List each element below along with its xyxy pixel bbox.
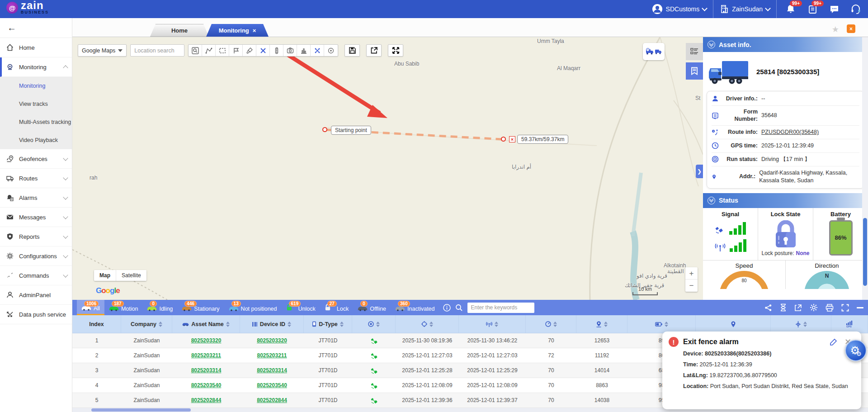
hourglass-icon[interactable] bbox=[780, 303, 787, 312]
export-icon[interactable] bbox=[794, 304, 802, 312]
collapse-panel-button[interactable]: × bbox=[847, 24, 855, 33]
favorite-star-icon[interactable]: ★ bbox=[832, 24, 839, 34]
measure-start-point[interactable] bbox=[322, 127, 327, 132]
snapshot-tool[interactable] bbox=[283, 45, 297, 56]
printer-icon[interactable] bbox=[826, 304, 834, 312]
col-position-status[interactable] bbox=[352, 315, 396, 333]
measure-delete-icon[interactable]: × bbox=[509, 136, 515, 142]
locate-tool[interactable] bbox=[324, 45, 338, 56]
sidebar-item-configurations[interactable]: Configurations bbox=[0, 246, 72, 266]
measure-end-point[interactable] bbox=[501, 137, 506, 142]
flag-tool[interactable] bbox=[229, 45, 243, 56]
traffic-tool[interactable] bbox=[270, 45, 283, 56]
asset-info-header[interactable]: Asset info. bbox=[703, 37, 868, 52]
zoom-out-button[interactable]: − bbox=[685, 279, 698, 292]
cell-device-id-link[interactable]: 8025202844 bbox=[240, 397, 304, 403]
zoom-in-button[interactable]: + bbox=[685, 267, 698, 279]
cell-device-id-link[interactable]: 8025203320 bbox=[240, 337, 304, 344]
cell-device-id-link[interactable]: 8025203314 bbox=[240, 367, 304, 374]
col-signal-time[interactable] bbox=[459, 315, 526, 333]
scrollbar-thumb[interactable] bbox=[863, 218, 867, 286]
sidebar-item-messages[interactable]: Messages bbox=[0, 208, 72, 227]
keywords-search-input[interactable] bbox=[467, 303, 534, 313]
map-type-satellite-button[interactable]: Satellite bbox=[116, 270, 146, 281]
info-icon[interactable] bbox=[443, 304, 451, 312]
messages-button[interactable] bbox=[826, 0, 842, 18]
user-menu[interactable]: SDCustoms bbox=[652, 4, 707, 14]
col-speed[interactable] bbox=[526, 315, 576, 333]
sidebar-item-routes[interactable]: Routes bbox=[0, 169, 72, 188]
minimize-icon[interactable] bbox=[857, 307, 863, 308]
cell-asset-name-link[interactable]: 8025203211 bbox=[172, 352, 240, 359]
sidebar-item-reports[interactable]: Reports bbox=[0, 227, 72, 246]
save-map-button[interactable] bbox=[344, 44, 360, 57]
sort-icon[interactable] bbox=[159, 322, 162, 327]
fleet-filter-tab[interactable]: 13 Not positioned bbox=[224, 300, 282, 315]
sidebar-subitem-view-tracks[interactable]: View tracks bbox=[0, 95, 72, 113]
fullscreen-icon[interactable] bbox=[841, 304, 849, 312]
search-icon[interactable] bbox=[455, 304, 463, 312]
polygon-measure-tool[interactable] bbox=[202, 45, 216, 56]
panel-scrollbar[interactable] bbox=[862, 37, 868, 300]
fleet-filter-tab[interactable]: 0 Offline bbox=[353, 300, 391, 315]
fleet-filter-tab[interactable]: 0 Idling bbox=[142, 300, 177, 315]
location-search-input[interactable] bbox=[130, 44, 184, 57]
share-icon[interactable] bbox=[764, 304, 772, 312]
support-button[interactable] bbox=[848, 0, 863, 18]
edit-pencil-icon[interactable] bbox=[830, 338, 837, 346]
map-fullscreen-button[interactable] bbox=[388, 44, 403, 57]
tab-home[interactable]: Home bbox=[150, 24, 209, 37]
cell-device-id-link[interactable]: 8025203211 bbox=[240, 352, 304, 359]
zoom-box-tool[interactable] bbox=[189, 45, 202, 56]
sidebar-item-monitoring[interactable]: Monitoring bbox=[0, 57, 72, 77]
org-menu[interactable]: ZainSudan bbox=[720, 5, 770, 14]
col-mileage[interactable] bbox=[576, 315, 627, 333]
map-type-map-button[interactable]: Map bbox=[94, 270, 116, 281]
fleet-filter-tab[interactable]: 446 Stationary bbox=[177, 300, 224, 315]
cell-asset-name-link[interactable]: 8025203314 bbox=[172, 367, 240, 374]
fleet-filter-tab[interactable]: 1006 All bbox=[77, 300, 104, 315]
panel-expander-button[interactable]: ❯ bbox=[696, 165, 703, 178]
col-company[interactable]: Company bbox=[121, 315, 172, 333]
list-view-toggle[interactable] bbox=[686, 43, 703, 60]
cell-asset-name-link[interactable]: 8025202844 bbox=[172, 397, 240, 403]
notifications-button[interactable]: 99+ bbox=[783, 0, 798, 18]
route-info-link[interactable]: PZUSDGDR00(35648) bbox=[761, 128, 819, 136]
bookmark-toggle[interactable] bbox=[686, 62, 703, 80]
clear-brush-tool[interactable] bbox=[243, 45, 256, 56]
fleet-filter-tab[interactable]: 619 Unlock bbox=[282, 300, 320, 315]
task-list-button[interactable]: 99+ bbox=[805, 0, 820, 18]
col-direction[interactable] bbox=[771, 315, 831, 333]
fleet-filter-tab[interactable]: 187 Motion bbox=[104, 300, 143, 315]
back-button[interactable]: ← bbox=[0, 18, 72, 38]
fleet-filter-tab[interactable]: 27 Lock bbox=[320, 300, 353, 315]
chart-tool[interactable] bbox=[297, 45, 311, 56]
tab-monitoring[interactable]: Monitoring× bbox=[206, 24, 269, 37]
sidebar-item-commands[interactable]: Commands bbox=[0, 266, 72, 285]
col-asset-name[interactable]: Asset Name bbox=[172, 315, 240, 333]
col-device-id[interactable]: Device ID bbox=[240, 315, 304, 333]
col-location[interactable] bbox=[696, 315, 771, 333]
col-index[interactable]: Index bbox=[72, 315, 121, 333]
sidebar-subitem-monitoring[interactable]: Monitoring bbox=[0, 77, 72, 95]
status-header[interactable]: Status bbox=[703, 193, 868, 208]
sidebar-item-home[interactable]: Home bbox=[0, 38, 72, 57]
cluster-tool[interactable] bbox=[311, 45, 324, 56]
map-provider-dropdown[interactable]: Google Maps bbox=[78, 44, 127, 57]
cell-asset-name-link[interactable]: 8025203540 bbox=[172, 382, 240, 388]
distance-measure-tool[interactable] bbox=[256, 45, 270, 56]
col-battery[interactable] bbox=[627, 315, 696, 333]
sidebar-subitem-video-playback[interactable]: Video Playback bbox=[0, 131, 72, 149]
cell-asset-name-link[interactable]: 8025203320 bbox=[172, 337, 240, 344]
sidebar-subitem-multi-assets[interactable]: Multi-Assets tracking bbox=[0, 113, 72, 131]
rectangle-select-tool[interactable] bbox=[216, 45, 229, 56]
sidebar-item-geofences[interactable]: Geofences bbox=[0, 149, 72, 169]
fleet-filter-tab[interactable]: 360 Inactivated bbox=[391, 300, 439, 315]
sidebar-item-data-push[interactable]: Data push service bbox=[0, 305, 72, 324]
scrollbar-thumb[interactable] bbox=[91, 408, 191, 412]
map-canvas[interactable]: Starting point × 59.37km/59.37km Umm Tay… bbox=[72, 37, 703, 300]
col-gps-signal[interactable]: GPS bbox=[831, 315, 868, 333]
cell-device-id-link[interactable]: 8025203540 bbox=[240, 382, 304, 388]
truck-cluster-marker[interactable] bbox=[643, 43, 665, 60]
col-d-type[interactable]: D-Type bbox=[304, 315, 352, 333]
